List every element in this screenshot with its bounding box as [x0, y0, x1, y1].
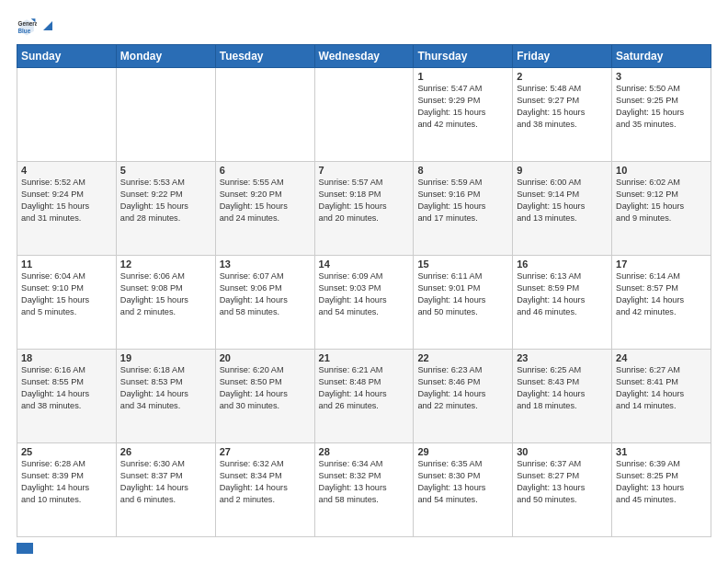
calendar-cell: 10Sunrise: 6:02 AM Sunset: 9:12 PM Dayli…: [612, 162, 711, 256]
day-info: Sunrise: 6:37 AM Sunset: 8:27 PM Dayligh…: [517, 458, 608, 506]
day-info: Sunrise: 6:28 AM Sunset: 8:39 PM Dayligh…: [21, 458, 112, 506]
svg-text:Blue: Blue: [18, 28, 31, 34]
calendar-table: SundayMondayTuesdayWednesdayThursdayFrid…: [17, 44, 711, 537]
day-info: Sunrise: 6:02 AM Sunset: 9:12 PM Dayligh…: [616, 177, 707, 224]
day-number: 29: [417, 446, 508, 457]
day-info: Sunrise: 6:39 AM Sunset: 8:25 PM Dayligh…: [616, 458, 707, 506]
day-number: 10: [616, 165, 707, 176]
calendar-cell: 2Sunrise: 5:48 AM Sunset: 9:27 PM Daylig…: [513, 68, 612, 162]
day-number: 11: [21, 259, 112, 270]
week-row-3: 18Sunrise: 6:16 AM Sunset: 8:55 PM Dayli…: [17, 350, 711, 443]
day-info: Sunrise: 5:50 AM Sunset: 9:25 PM Dayligh…: [616, 83, 707, 131]
svg-marker-5: [43, 21, 52, 30]
calendar-cell: 29Sunrise: 6:35 AM Sunset: 8:30 PM Dayli…: [414, 443, 513, 537]
calendar-cell: 8Sunrise: 5:59 AM Sunset: 9:16 PM Daylig…: [414, 162, 513, 256]
page: General Blue SundayMondayTuesdayWednesda…: [0, 0, 728, 563]
day-number: 21: [319, 352, 410, 363]
day-number: 20: [220, 352, 311, 363]
day-info: Sunrise: 6:18 AM Sunset: 8:53 PM Dayligh…: [120, 364, 211, 412]
day-info: Sunrise: 6:14 AM Sunset: 8:57 PM Dayligh…: [616, 270, 707, 318]
day-info: Sunrise: 6:00 AM Sunset: 9:14 PM Dayligh…: [517, 177, 608, 224]
day-number: 2: [517, 71, 608, 82]
day-info: Sunrise: 6:27 AM Sunset: 8:41 PM Dayligh…: [616, 364, 707, 412]
header-day-wednesday: Wednesday: [314, 45, 414, 68]
day-info: Sunrise: 6:21 AM Sunset: 8:48 PM Dayligh…: [319, 364, 410, 412]
legend-color-box: [17, 543, 33, 554]
day-number: 19: [120, 352, 211, 363]
day-number: 18: [21, 352, 112, 363]
day-number: 31: [616, 446, 707, 457]
day-info: Sunrise: 6:16 AM Sunset: 8:55 PM Dayligh…: [21, 364, 112, 412]
day-number: 25: [21, 446, 112, 457]
day-number: 24: [616, 352, 707, 363]
svg-text:General: General: [18, 20, 37, 27]
day-info: Sunrise: 6:06 AM Sunset: 9:08 PM Dayligh…: [120, 270, 211, 318]
logo-triangle-icon: [41, 19, 54, 32]
calendar-cell: 5Sunrise: 5:53 AM Sunset: 9:22 PM Daylig…: [116, 162, 215, 256]
calendar-cell: 19Sunrise: 6:18 AM Sunset: 8:53 PM Dayli…: [116, 350, 215, 443]
calendar-cell: 12Sunrise: 6:06 AM Sunset: 9:08 PM Dayli…: [116, 256, 215, 350]
calendar-cell: [17, 68, 117, 162]
calendar-cell: 24Sunrise: 6:27 AM Sunset: 8:41 PM Dayli…: [612, 350, 711, 443]
calendar-cell: 30Sunrise: 6:37 AM Sunset: 8:27 PM Dayli…: [513, 443, 612, 537]
calendar-cell: 18Sunrise: 6:16 AM Sunset: 8:55 PM Dayli…: [17, 350, 117, 443]
day-info: Sunrise: 6:13 AM Sunset: 8:59 PM Dayligh…: [517, 270, 608, 318]
week-row-0: 1Sunrise: 5:47 AM Sunset: 9:29 PM Daylig…: [17, 68, 711, 162]
day-info: Sunrise: 6:30 AM Sunset: 8:37 PM Dayligh…: [120, 458, 211, 506]
footer: [17, 543, 711, 554]
day-number: 30: [517, 446, 608, 457]
day-number: 8: [417, 165, 508, 176]
day-number: 4: [21, 165, 112, 176]
week-row-2: 11Sunrise: 6:04 AM Sunset: 9:10 PM Dayli…: [17, 256, 711, 350]
day-info: Sunrise: 6:32 AM Sunset: 8:34 PM Dayligh…: [220, 458, 311, 506]
day-info: Sunrise: 5:55 AM Sunset: 9:20 PM Dayligh…: [220, 177, 311, 224]
calendar-cell: 26Sunrise: 6:30 AM Sunset: 8:37 PM Dayli…: [116, 443, 215, 537]
day-info: Sunrise: 6:11 AM Sunset: 9:01 PM Dayligh…: [417, 270, 508, 318]
day-number: 16: [517, 259, 608, 270]
calendar-cell: 15Sunrise: 6:11 AM Sunset: 9:01 PM Dayli…: [414, 256, 513, 350]
day-number: 13: [220, 259, 311, 270]
day-info: Sunrise: 6:34 AM Sunset: 8:32 PM Dayligh…: [319, 458, 410, 506]
day-number: 23: [517, 352, 608, 363]
day-info: Sunrise: 5:52 AM Sunset: 9:24 PM Dayligh…: [21, 177, 112, 224]
calendar-cell: 28Sunrise: 6:34 AM Sunset: 8:32 PM Dayli…: [314, 443, 414, 537]
day-number: 12: [120, 259, 211, 270]
day-info: Sunrise: 6:35 AM Sunset: 8:30 PM Dayligh…: [417, 458, 508, 506]
calendar-cell: 23Sunrise: 6:25 AM Sunset: 8:43 PM Dayli…: [513, 350, 612, 443]
calendar-cell: 25Sunrise: 6:28 AM Sunset: 8:39 PM Dayli…: [17, 443, 117, 537]
day-number: 26: [120, 446, 211, 457]
day-info: Sunrise: 6:25 AM Sunset: 8:43 PM Dayligh…: [517, 364, 608, 412]
header-day-thursday: Thursday: [414, 45, 513, 68]
day-number: 5: [120, 165, 211, 176]
week-row-1: 4Sunrise: 5:52 AM Sunset: 9:24 PM Daylig…: [17, 162, 711, 256]
day-info: Sunrise: 6:04 AM Sunset: 9:10 PM Dayligh…: [21, 270, 112, 318]
calendar-cell: 21Sunrise: 6:21 AM Sunset: 8:48 PM Dayli…: [314, 350, 414, 443]
day-info: Sunrise: 6:23 AM Sunset: 8:46 PM Dayligh…: [417, 364, 508, 412]
calendar-cell: 16Sunrise: 6:13 AM Sunset: 8:59 PM Dayli…: [513, 256, 612, 350]
header-day-tuesday: Tuesday: [215, 45, 314, 68]
day-info: Sunrise: 6:20 AM Sunset: 8:50 PM Dayligh…: [220, 364, 311, 412]
day-number: 27: [220, 446, 311, 457]
day-info: Sunrise: 5:53 AM Sunset: 9:22 PM Dayligh…: [120, 177, 211, 224]
day-number: 14: [319, 259, 410, 270]
day-number: 1: [417, 71, 508, 82]
logo: General Blue: [17, 17, 54, 37]
header-day-sunday: Sunday: [17, 45, 117, 68]
calendar-cell: 3Sunrise: 5:50 AM Sunset: 9:25 PM Daylig…: [612, 68, 711, 162]
calendar-cell: 1Sunrise: 5:47 AM Sunset: 9:29 PM Daylig…: [414, 68, 513, 162]
day-info: Sunrise: 5:59 AM Sunset: 9:16 PM Dayligh…: [417, 177, 508, 224]
calendar-cell: [314, 68, 414, 162]
day-number: 15: [417, 259, 508, 270]
calendar-cell: 4Sunrise: 5:52 AM Sunset: 9:24 PM Daylig…: [17, 162, 117, 256]
calendar-cell: 13Sunrise: 6:07 AM Sunset: 9:06 PM Dayli…: [215, 256, 314, 350]
calendar-cell: 11Sunrise: 6:04 AM Sunset: 9:10 PM Dayli…: [17, 256, 117, 350]
calendar-cell: 6Sunrise: 5:55 AM Sunset: 9:20 PM Daylig…: [215, 162, 314, 256]
header: General Blue: [17, 17, 711, 37]
calendar-cell: 17Sunrise: 6:14 AM Sunset: 8:57 PM Dayli…: [612, 256, 711, 350]
day-info: Sunrise: 5:48 AM Sunset: 9:27 PM Dayligh…: [517, 83, 608, 131]
header-day-monday: Monday: [116, 45, 215, 68]
day-number: 3: [616, 71, 707, 82]
day-number: 7: [319, 165, 410, 176]
day-number: 6: [220, 165, 311, 176]
day-info: Sunrise: 5:47 AM Sunset: 9:29 PM Dayligh…: [417, 83, 508, 131]
